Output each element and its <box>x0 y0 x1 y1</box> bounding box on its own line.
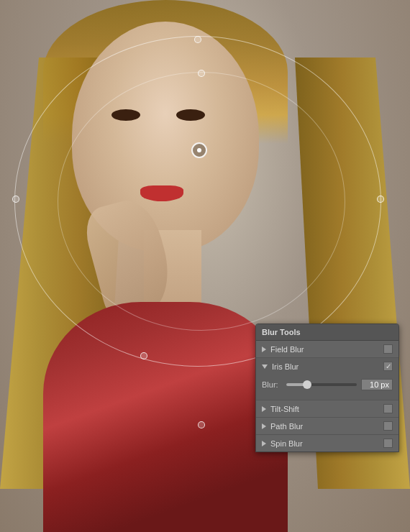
field-blur-checkbox[interactable] <box>383 344 393 354</box>
tilt-shift-expand-icon <box>262 406 266 412</box>
blur-slider-row: Blur: 10 px <box>262 379 393 390</box>
field-blur-expand-icon <box>262 347 266 352</box>
blur-tools-panel: Blur Tools Field Blur Iris Blur Blur: <box>255 324 399 452</box>
spin-blur-checkbox[interactable] <box>383 439 393 448</box>
photo-background <box>0 0 410 532</box>
eye-left <box>111 109 140 121</box>
path-blur-row[interactable]: Path Blur <box>256 418 398 435</box>
slider-track <box>286 383 357 386</box>
spin-blur-expand-icon <box>262 441 266 446</box>
iris-blur-section: Iris Blur Blur: 10 px <box>256 358 398 400</box>
path-blur-expand-icon <box>262 423 266 429</box>
spin-blur-label: Spin Blur <box>270 439 303 448</box>
iris-blur-left: Iris Blur <box>262 362 299 371</box>
path-blur-label: Path Blur <box>270 422 303 431</box>
slider-thumb[interactable] <box>303 380 311 389</box>
iris-blur-label: Iris Blur <box>272 362 299 371</box>
blur-label: Blur: <box>262 380 282 389</box>
field-blur-left: Field Blur <box>262 345 304 354</box>
spin-blur-row[interactable]: Spin Blur <box>256 435 398 451</box>
tilt-shift-row[interactable]: Tilt-Shift <box>256 400 398 418</box>
iris-blur-controls: Blur: 10 px <box>256 375 398 400</box>
field-blur-label: Field Blur <box>270 345 304 354</box>
tilt-shift-label: Tilt-Shift <box>270 405 299 413</box>
tilt-shift-checkbox[interactable] <box>383 404 393 413</box>
field-blur-row[interactable]: Field Blur <box>256 341 398 358</box>
path-blur-left: Path Blur <box>262 422 303 431</box>
iris-blur-expand-icon <box>262 364 268 369</box>
iris-blur-row[interactable]: Iris Blur <box>256 358 398 375</box>
tilt-shift-left: Tilt-Shift <box>262 405 299 413</box>
body <box>43 302 288 532</box>
iris-blur-checkbox[interactable] <box>383 362 393 371</box>
panel-title: Blur Tools <box>256 324 398 341</box>
canvas-area <box>0 0 410 532</box>
lips <box>140 185 183 201</box>
path-blur-checkbox[interactable] <box>383 421 393 431</box>
blur-value[interactable]: 10 px <box>361 379 393 390</box>
blur-slider[interactable] <box>286 383 357 386</box>
eye-right <box>176 109 205 121</box>
spin-blur-left: Spin Blur <box>262 439 303 448</box>
